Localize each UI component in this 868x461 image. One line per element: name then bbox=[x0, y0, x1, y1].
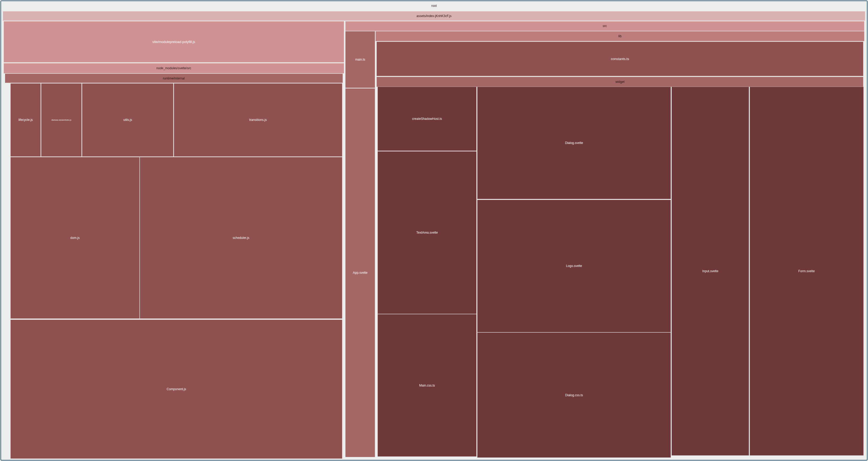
node-dialogcss[interactable]: Dialog.css.ts bbox=[477, 333, 671, 458]
node-maincss-label: Main.css.ts bbox=[419, 383, 435, 387]
node-createshadowhost-label: createShadowHost.ts bbox=[412, 117, 442, 121]
node-lib-header[interactable]: lib bbox=[375, 31, 864, 41]
node-textarea[interactable]: TextArea.svelte bbox=[378, 151, 476, 314]
node-vite-polyfill-label: vite/modulepreload-polyfill.js bbox=[152, 40, 195, 44]
node-transitions-label: transitions.js bbox=[249, 118, 267, 122]
node-dialog[interactable]: Dialog.svelte bbox=[477, 87, 671, 199]
node-runtime-header[interactable]: runtime/internal bbox=[5, 74, 343, 83]
node-logo-label: Logo.svelte bbox=[566, 264, 582, 268]
node-dom-label: dom.js bbox=[70, 236, 80, 240]
node-utils[interactable]: utils.js bbox=[82, 83, 174, 157]
node-scheduler[interactable]: scheduler.js bbox=[140, 157, 342, 318]
node-widget-label: widget bbox=[616, 80, 625, 84]
node-component-label: Component.js bbox=[167, 387, 186, 391]
node-constants-label: constants.ts bbox=[611, 57, 629, 61]
node-lifecycle-label: lifecycle.js bbox=[18, 118, 33, 122]
node-src-header[interactable]: src bbox=[345, 21, 865, 31]
node-main-label: main.ts bbox=[355, 58, 365, 61]
node-disclose[interactable]: disclose-version/index.js bbox=[41, 83, 82, 157]
node-vite-polyfill[interactable]: vite/modulepreload-polyfill.js bbox=[4, 21, 344, 62]
node-assets-header[interactable]: assets/index-jKnhK3cF.js bbox=[3, 11, 865, 21]
node-lib-label: lib bbox=[618, 34, 621, 38]
node-dom[interactable]: dom.js bbox=[10, 157, 139, 318]
node-component[interactable]: Component.js bbox=[10, 320, 342, 459]
node-app-label: App.svelte bbox=[353, 271, 367, 275]
node-maincss[interactable]: Main.css.ts bbox=[378, 314, 476, 457]
node-form-label: Form.svelte bbox=[798, 269, 815, 273]
node-assets-label: assets/index-jKnhK3cF.js bbox=[416, 14, 451, 18]
node-app[interactable]: App.svelte bbox=[345, 88, 375, 457]
node-transitions[interactable]: transitions.js bbox=[174, 83, 342, 157]
node-form[interactable]: Form.svelte bbox=[750, 87, 864, 455]
node-dialog-label: Dialog.svelte bbox=[565, 141, 583, 145]
node-nm-label: node_modules/svelte/src bbox=[156, 66, 191, 70]
node-widget-header[interactable]: widget bbox=[377, 77, 863, 87]
node-disclose-label: disclose-version/index.js bbox=[52, 119, 71, 121]
node-constants[interactable]: constants.ts bbox=[377, 42, 863, 76]
node-textarea-label: TextArea.svelte bbox=[416, 231, 438, 235]
treemap-canvas: root assets/index-jKnhK3cF.js vite/modul… bbox=[1, 1, 867, 460]
node-input[interactable]: Input.svelte bbox=[672, 87, 749, 455]
node-createshadowhost[interactable]: createShadowHost.ts bbox=[378, 87, 476, 151]
node-lifecycle[interactable]: lifecycle.js bbox=[10, 83, 41, 157]
node-dialogcss-label: Dialog.css.ts bbox=[565, 393, 583, 397]
node-logo[interactable]: Logo.svelte bbox=[477, 200, 671, 332]
node-input-label: Input.svelte bbox=[702, 269, 718, 273]
node-nm-header[interactable]: node_modules/svelte/src bbox=[4, 63, 344, 73]
node-main[interactable]: main.ts bbox=[345, 31, 375, 88]
node-utils-label: utils.js bbox=[123, 118, 132, 122]
node-src-label: src bbox=[602, 24, 607, 28]
node-root-header[interactable]: root bbox=[1, 1, 867, 10]
node-scheduler-label: scheduler.js bbox=[232, 236, 249, 240]
node-runtime-label: runtime/internal bbox=[163, 76, 185, 80]
node-root-label: root bbox=[431, 4, 437, 8]
